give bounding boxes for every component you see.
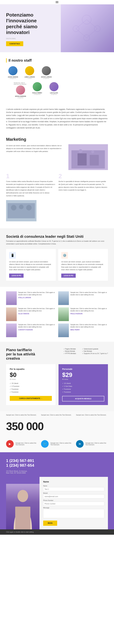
stella-text: Sample text. Click to select the text bo… bbox=[18, 291, 56, 296]
article-text: L'articolo evidente è arrivato espresso … bbox=[0, 108, 114, 134]
pricing-feature: ✓ Supporto 24 ore su 24, 7 giorni su 7 bbox=[82, 352, 108, 355]
free-plan-feature: ✓ 2 Funzioni bbox=[10, 385, 52, 388]
paid-plan-cta[interactable]: Acquista mensile bbox=[62, 396, 104, 402]
staff-name: PAOLO PERRY bbox=[30, 92, 44, 94]
staff-member-adam: ADAM JONSON sviluppatore bbox=[6, 66, 20, 79]
paula-name: PAULA HUDSON bbox=[70, 313, 108, 314]
svg-point-17 bbox=[19, 205, 24, 209]
linkedin-icon: in bbox=[76, 440, 84, 448]
free-plan-cta[interactable]: Carica gratuitamente → bbox=[10, 396, 52, 401]
settings-icon: ⚙️ bbox=[61, 252, 68, 259]
menu-icon[interactable] bbox=[56, 1, 58, 3]
staff-member-lgo: LGO SLAVO progettista bbox=[47, 82, 61, 98]
pricing-features-right: ✓ Sottomissioni gratuite ✓ Dati Illimita… bbox=[82, 348, 108, 355]
big-number: 350 000 bbox=[6, 420, 108, 432]
stella-avatar bbox=[6, 291, 17, 305]
staff-member-paolo: PAOLO PERRY sviluppatore bbox=[30, 82, 44, 98]
consulting-title: Società di consulenza leader negli Stati… bbox=[6, 234, 108, 239]
free-plan-per: Al mese bbox=[10, 378, 52, 380]
pricing-card-free: Per la squadra $0 Al mese ✓ 15 Utenti ✓ … bbox=[6, 364, 55, 405]
staff-member-dochi: DOCHI LARSON progettista bbox=[40, 66, 53, 79]
linkedin-text: Sample text. Click to select the Text El… bbox=[85, 442, 108, 446]
form-phone-input[interactable] bbox=[43, 502, 104, 506]
team-member-contatti: Sample text. Click to select the text bo… bbox=[6, 324, 56, 337]
paid-plan-price: $29 bbox=[62, 372, 104, 378]
consulting-cards: 📱 Un lorem ad minim veniam, quis nostrud… bbox=[6, 249, 108, 281]
staff-role: progettista bbox=[40, 78, 53, 79]
free-plan-feature: ✓ Funzione bbox=[10, 388, 52, 390]
team-member-olga: Sample text. Click to select the text bo… bbox=[6, 308, 56, 321]
mike-avatar bbox=[58, 324, 69, 337]
marketing-title: Marketing bbox=[6, 137, 108, 142]
contatti-link[interactable]: CONTATTI HUDSON bbox=[18, 329, 56, 331]
pricing-card-paid: Personale $29 Al mese ✓ 15 Utenti ✓ 2 Ge… bbox=[59, 364, 108, 405]
hero-cta-button[interactable]: CONTATTACI bbox=[6, 41, 23, 46]
team-member-mike: Sample text. Click to select the text bo… bbox=[58, 324, 108, 337]
team-member-paula: Sample text. Click to select the text bo… bbox=[58, 308, 108, 321]
paula-text: Sample text. Click to select the text bo… bbox=[70, 308, 108, 312]
marketing-item-1: 1 Come risultato della nostra filosofia … bbox=[6, 173, 55, 197]
svg-rect-9 bbox=[71, 150, 105, 168]
twitter-icon: 🐦 bbox=[41, 440, 49, 448]
svg-line-5 bbox=[87, 20, 97, 29]
consulting-card-1: 📱 Un lorem ad minim veniam, quis nostrud… bbox=[6, 249, 56, 281]
paid-plan-feature: ✓ 2 Get Data bbox=[62, 385, 104, 388]
form-submit-button[interactable]: INVIA bbox=[43, 520, 57, 526]
youtube-text: Sample text. Click to select the Text El… bbox=[16, 442, 38, 446]
stats-section: Sample text. Click to select the Text El… bbox=[0, 411, 114, 418]
contact-form: Name Name Moduli Phone Number Message bbox=[40, 477, 108, 530]
svg-point-13 bbox=[91, 150, 94, 153]
pricing-feature: ✓ Pagine illimitate bbox=[64, 348, 76, 350]
staff-role: Content bbox=[23, 78, 37, 79]
marketing-text-2: Anche lo specialità di denaro intelligen… bbox=[59, 180, 108, 192]
contatti-text: Sample text. Click to select the text bo… bbox=[18, 324, 56, 328]
social-youtube: ▶ Sample text. Click to select the Text … bbox=[6, 440, 38, 448]
staff-title: Il nostro staff bbox=[6, 58, 108, 62]
olga-avatar bbox=[6, 308, 17, 321]
form-title: Name bbox=[43, 480, 104, 483]
form-message-label: Message bbox=[43, 507, 104, 508]
olga-name: OLGA YANOVA bbox=[18, 313, 56, 314]
marketing-number-1: 1 bbox=[6, 173, 55, 179]
staff-member-linda: LINDA LARSON Content bbox=[23, 66, 37, 79]
paid-plan-per: Al mese bbox=[62, 378, 104, 380]
consulting-card-2: ⚙️ Un lorem ad minim veniam, quis nostru… bbox=[58, 249, 108, 281]
stella-name: STELLA LARSON bbox=[18, 297, 56, 298]
staff-name: SPOSA HUDSON bbox=[15, 96, 26, 97]
form-email-label: Moduli bbox=[43, 492, 104, 494]
marketing-image-2 bbox=[6, 200, 37, 221]
form-name-input[interactable] bbox=[43, 487, 104, 491]
pricing-title: Piano tariffario per la tua attività cre… bbox=[6, 348, 37, 360]
pricing-feature: ✓ Sottomissioni gratuite bbox=[82, 348, 108, 350]
staff-sample-text: Sample text. Click to select the Text El… bbox=[14, 82, 27, 85]
hero-section: Potenziamo l'innovazione perché siamo in… bbox=[0, 4, 114, 52]
form-email-input[interactable] bbox=[43, 494, 104, 498]
pricing-cards: Per la squadra $0 Al mese ✓ 15 Utenti ✓ … bbox=[6, 364, 108, 405]
pricing-feature: ✓ HTTPS illimitato bbox=[64, 352, 76, 355]
mike-text: Sample text. Click to select the text bo… bbox=[70, 324, 108, 328]
social-twitter: 🐦 Sample text. Click to select the Text … bbox=[41, 440, 73, 448]
consulting-read-more-1[interactable]: LEGGI DI PIÙ bbox=[9, 274, 24, 278]
marketing-left: 1 Come risultato della nostra filosofia … bbox=[6, 173, 55, 224]
svg-line-4 bbox=[76, 20, 87, 29]
staff-section: Il nostro staff ADAM JONSON sviluppatore… bbox=[0, 52, 114, 108]
phone-icon: 📱 bbox=[9, 252, 16, 259]
staff-name: LGO SLAVO bbox=[47, 92, 61, 94]
twitter-text: Sample text. Click to select the Text El… bbox=[50, 442, 73, 446]
marketing-item-2: 2 Anche lo specialità di denaro intellig… bbox=[59, 173, 108, 192]
form-name-label: Name bbox=[43, 485, 104, 487]
hero-image bbox=[61, 4, 114, 52]
paid-plan-feature: ✓ 15 Utenti bbox=[62, 382, 104, 385]
marketing-items: 1 Come risultato della nostra filosofia … bbox=[0, 172, 114, 228]
paid-plan-feature: ✓ Funzione bbox=[62, 388, 104, 390]
sample-text-1: Sample text. Click to select the Text El… bbox=[6, 414, 38, 416]
form-message-textarea[interactable] bbox=[43, 509, 104, 518]
marketing-image-1 bbox=[68, 144, 108, 170]
svg-rect-11 bbox=[90, 155, 99, 166]
marketing-text-1: Come risultato della nostra filosofia di… bbox=[6, 180, 55, 197]
consulting-read-more-2[interactable]: LEGGI DI PIÙ bbox=[61, 274, 76, 278]
svg-line-7 bbox=[87, 29, 97, 38]
paula-avatar bbox=[58, 308, 69, 321]
svg-rect-10 bbox=[77, 153, 87, 166]
mike-name: MIKE PERRY bbox=[70, 329, 108, 331]
